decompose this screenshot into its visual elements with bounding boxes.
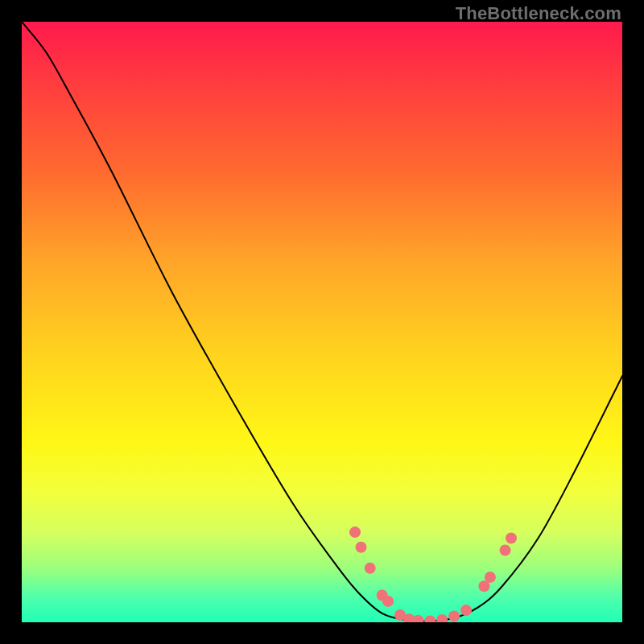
data-point-marker [500, 544, 511, 555]
chart-plot-area [22, 22, 622, 622]
data-point-marker [349, 526, 361, 538]
data-point-marker [460, 605, 472, 616]
data-point-marker [506, 533, 517, 544]
data-point-marker [365, 563, 376, 574]
data-point-marker [424, 616, 436, 622]
data-point-marker [485, 572, 496, 583]
bottleneck-curve-chart [22, 22, 622, 622]
data-point-marker [382, 596, 394, 607]
attribution-text: TheBottleneck.com [456, 3, 621, 24]
data-point-marker [355, 542, 366, 553]
data-point-marker [412, 615, 423, 622]
data-point-marker [436, 614, 448, 622]
data-point-marker [448, 611, 460, 622]
bottleneck-curve [22, 22, 622, 621]
